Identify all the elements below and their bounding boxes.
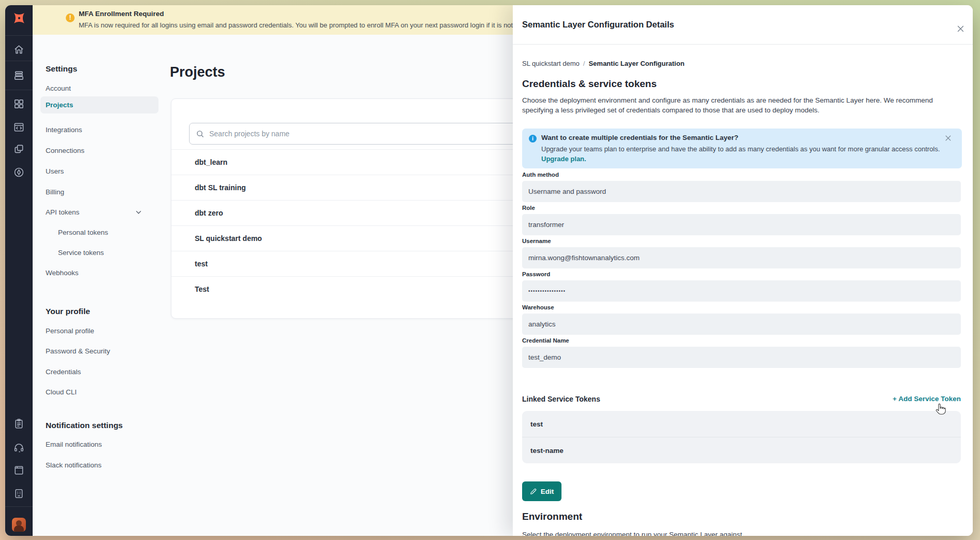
breadcrumb: SL quickstart demo/Semantic Layer Config… — [522, 60, 684, 67]
sidebar-item-cloud-cli[interactable]: Cloud CLI — [46, 388, 77, 397]
app-window: ! MFA Enrollment Required MFA is now req… — [5, 5, 973, 536]
form-field-password: Password •••••••••••••••• — [522, 271, 961, 302]
sidebar-item-personal-tokens[interactable]: Personal tokens — [58, 228, 108, 237]
user-avatar[interactable] — [12, 518, 26, 532]
mfa-banner-title: MFA Enrollment Required — [79, 10, 164, 18]
password-field[interactable]: •••••••••••••••• — [522, 280, 961, 302]
upgrade-plan-link[interactable]: Upgrade plan. — [541, 155, 586, 163]
panel-title: Semantic Layer Configuration Details — [522, 20, 674, 30]
environment-section-title: Environment — [522, 511, 582, 522]
docs-book-icon[interactable] — [12, 464, 25, 477]
sidebar-divider — [5, 90, 33, 90]
edit-button[interactable]: Edit — [522, 481, 561, 501]
project-list: dbt_learn dbt SL training dbt zero SL qu… — [171, 149, 533, 302]
info-icon: i — [529, 135, 537, 143]
sidebar-item-label: Projects — [46, 101, 73, 109]
add-service-token-button[interactable]: + Add Service Token — [892, 395, 961, 403]
breadcrumb-separator: / — [583, 60, 585, 67]
develop-code-icon[interactable] — [12, 121, 25, 134]
home-icon[interactable] — [12, 43, 25, 56]
sidebar-item-integrations[interactable]: Integrations — [46, 125, 82, 135]
project-row[interactable]: dbt SL training — [171, 175, 533, 200]
project-row[interactable]: Test — [171, 276, 533, 302]
form-field-warehouse: Warehouse analytics — [522, 304, 961, 335]
deploy-icon[interactable] — [12, 69, 25, 82]
compass-icon[interactable] — [12, 166, 25, 179]
username-field[interactable]: mirna.wong@fishtownanalytics.com — [522, 247, 961, 268]
auth-method-field[interactable]: Username and password — [522, 181, 961, 202]
sidebar-divider — [5, 506, 33, 507]
field-label: Auth method — [522, 171, 961, 178]
credential-name-field[interactable]: test_demo — [522, 347, 961, 368]
search-icon — [196, 130, 205, 138]
field-label: Role — [522, 204, 961, 211]
profile-section-title: Your profile — [46, 306, 90, 317]
projects-card: dbt_learn dbt SL training dbt zero SL qu… — [171, 98, 534, 319]
page-title: Projects — [170, 64, 225, 80]
support-headset-icon[interactable] — [12, 441, 25, 454]
form-field-credential-name: Credential Name test_demo — [522, 337, 961, 368]
sidebar-item-billing[interactable]: Billing — [46, 188, 64, 197]
sidebar-item-email-notifications[interactable]: Email notifications — [46, 440, 102, 449]
icon-sidebar — [5, 5, 33, 536]
project-search — [189, 123, 521, 145]
pencil-icon — [530, 488, 537, 495]
form-field-auth-method: Auth method Username and password — [522, 171, 961, 202]
project-row[interactable]: test — [171, 251, 533, 276]
sidebar-item-slack-notifications[interactable]: Slack notifications — [46, 461, 102, 470]
sidebar-divider — [5, 61, 33, 61]
service-token-row[interactable]: test-name — [522, 437, 961, 463]
close-icon[interactable] — [956, 24, 967, 35]
checklist-icon[interactable] — [12, 417, 25, 430]
notification-section-title: Notification settings — [46, 420, 123, 431]
sidebar-item-api-tokens[interactable]: API tokens — [46, 208, 79, 217]
sidebar-item-service-tokens[interactable]: Service tokens — [58, 248, 104, 258]
credentials-section-description: Choose the deployment environment and co… — [522, 95, 961, 115]
settings-nav-title: Settings — [46, 64, 77, 74]
sidebar-item-users[interactable]: Users — [46, 167, 64, 176]
service-tokens-list: test test-name — [522, 411, 961, 463]
edit-button-label: Edit — [541, 488, 554, 495]
field-label: Username — [522, 237, 961, 245]
breadcrumb-parent[interactable]: SL quickstart demo — [522, 60, 580, 67]
field-label: Warehouse — [522, 304, 961, 311]
field-label: Credential Name — [522, 337, 961, 344]
warehouse-field[interactable]: analytics — [522, 314, 961, 335]
credentials-form: Auth method Username and password Role t… — [522, 171, 961, 370]
sidebar-item-password-security[interactable]: Password & Security — [46, 347, 110, 356]
project-row[interactable]: dbt_learn — [171, 149, 533, 175]
role-field[interactable]: transformer — [522, 214, 961, 235]
environment-section-description: Select the deployment environment to run… — [522, 531, 744, 536]
sidebar-item-connections[interactable]: Connections — [46, 146, 84, 155]
breadcrumb-current: Semantic Layer Configuration — [588, 60, 684, 67]
credentials-section-title: Credentials & service tokens — [522, 78, 657, 90]
project-row[interactable]: dbt zero — [171, 200, 533, 225]
chevron-down-icon[interactable] — [135, 208, 143, 217]
branch-copy-icon[interactable] — [12, 143, 25, 155]
mfa-banner-description: MFA is now required for all logins using… — [79, 21, 537, 29]
info-banner-description: Upgrade your teams plan to enterprise an… — [541, 145, 940, 153]
semantic-layer-panel: Semantic Layer Configuration Details SL … — [513, 5, 973, 536]
dashboard-grid-icon[interactable] — [12, 97, 25, 110]
sidebar-item-credentials[interactable]: Credentials — [46, 367, 81, 377]
sidebar-item-account[interactable]: Account — [46, 84, 71, 93]
linked-service-tokens-title: Linked Service Tokens — [522, 395, 600, 403]
warning-icon: ! — [66, 13, 75, 22]
info-banner-title: Want to create multiple credentials for … — [541, 134, 739, 141]
form-field-role: Role transformer — [522, 204, 961, 235]
panel-header: Semantic Layer Configuration Details — [513, 5, 973, 45]
project-row[interactable]: SL quickstart demo — [171, 225, 533, 251]
sidebar-item-projects[interactable]: Projects — [40, 96, 158, 113]
info-banner-close-icon[interactable] — [944, 134, 955, 145]
form-field-username: Username mirna.wong@fishtownanalytics.co… — [522, 237, 961, 268]
mouse-cursor — [934, 403, 946, 418]
upgrade-info-banner: i Want to create multiple credentials fo… — [522, 129, 962, 168]
search-input[interactable] — [209, 130, 479, 138]
sidebar-item-webhooks[interactable]: Webhooks — [46, 268, 79, 278]
dbt-logo-icon[interactable] — [11, 10, 27, 28]
sidebar-item-personal-profile[interactable]: Personal profile — [46, 326, 94, 336]
sidebar-divider — [5, 35, 33, 36]
field-label: Password — [522, 271, 961, 278]
changelog-panel-icon[interactable] — [12, 487, 25, 500]
service-token-row[interactable]: test — [522, 411, 961, 437]
